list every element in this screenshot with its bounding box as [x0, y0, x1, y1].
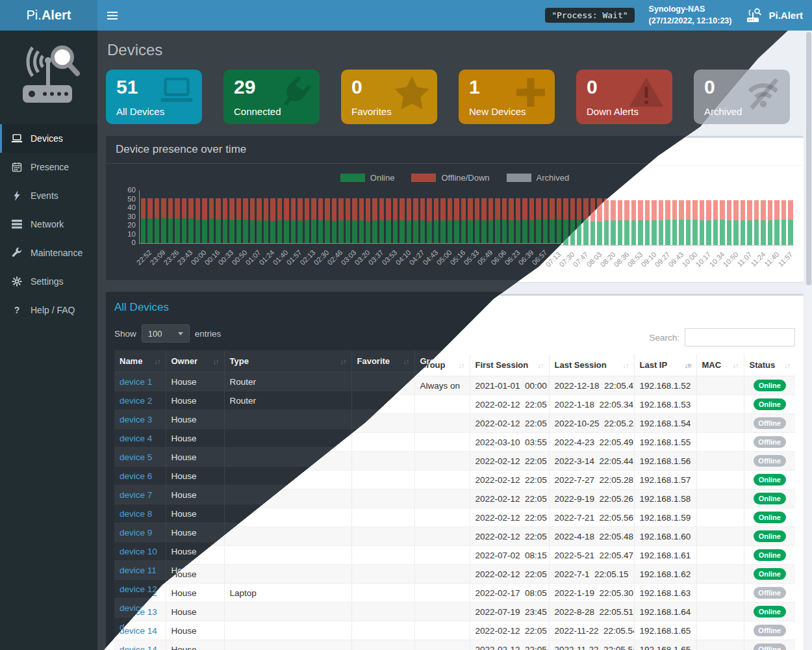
device-link[interactable]: device 3 — [120, 415, 152, 424]
cell-first-session: 2022-02-12 22:05 — [470, 395, 549, 414]
cell-group — [414, 433, 470, 452]
x-tick-label: 09:10 — [639, 250, 657, 268]
column-header-owner[interactable]: Owner↓↑ — [166, 350, 224, 372]
column-label: MAC — [702, 360, 722, 370]
x-tick-label: 11:07 — [735, 250, 753, 268]
chart-bar — [379, 198, 384, 243]
nav-brand[interactable]: Pi.Alert — [746, 8, 803, 23]
cell-last-ip: 192.168.1.65 — [634, 621, 696, 640]
chart-bar — [624, 200, 629, 245]
device-link[interactable]: device 7 — [120, 490, 152, 500]
chart-bar — [741, 200, 745, 245]
cell-owner: House — [166, 429, 224, 448]
legend-swatch — [340, 174, 365, 182]
sidebar-item-maintenance[interactable]: Maintenance — [0, 239, 97, 267]
column-header-name[interactable]: Name↓↑ — [114, 350, 166, 372]
x-tick-label: 23:09 — [148, 248, 166, 266]
sort-icon[interactable]: ↓↑ — [340, 358, 346, 365]
device-link[interactable]: device 10 — [120, 547, 157, 556]
device-link[interactable]: device 12 — [120, 584, 157, 594]
sort-icon[interactable]: ↓↑ — [459, 361, 464, 369]
chart-bar — [168, 198, 173, 243]
scrollbar[interactable] — [806, 31, 812, 650]
device-link[interactable]: device 14 — [120, 645, 157, 650]
sidebar-item-settings[interactable]: Settings — [0, 267, 97, 296]
device-link[interactable]: device 1 — [120, 377, 152, 387]
cell-name: device 6 — [114, 467, 166, 486]
device-link[interactable]: device 9 — [120, 528, 152, 538]
sidebar-item-presence[interactable]: Presence — [0, 153, 97, 181]
page-length-select[interactable]: 100 — [142, 324, 190, 343]
status-badge: Offline — [754, 455, 786, 467]
sort-icon[interactable]: ↓↑ — [213, 358, 219, 365]
cell-mac — [696, 395, 744, 414]
x-tick-label: 00:50 — [230, 248, 248, 266]
chart-bar — [338, 198, 343, 243]
chart-bar — [679, 200, 683, 245]
chart-bar — [713, 200, 718, 245]
cell-first-session: 2022-02-12 22:05 — [470, 471, 549, 489]
card-all-devices[interactable]: 51All Devices — [106, 70, 202, 124]
sidebar-toggle-icon[interactable] — [97, 0, 127, 31]
column-header-status[interactable]: Status↓↑ — [744, 354, 795, 376]
cell-name: device 10 — [114, 542, 166, 561]
card-label: All Devices — [116, 106, 164, 117]
cell-last-session: 2022-7-1 22:05.15 — [549, 565, 634, 584]
sort-icon[interactable]: ↓↑ — [155, 358, 160, 365]
sidebar-item-devices[interactable]: Devices — [0, 124, 97, 153]
chart-bar — [196, 198, 200, 243]
calendar-icon — [11, 162, 23, 172]
app-logo[interactable]: Pi.Alert — [0, 0, 97, 31]
laptop-icon — [11, 133, 23, 144]
column-header-favorite[interactable]: Favorite↓↑ — [351, 350, 414, 372]
table-row: device 13House2022-07-19 23:452022-8-28 … — [114, 603, 795, 621]
sidebar-item-events[interactable]: Events — [0, 181, 97, 210]
cell-first-session: 2022-07-19 23:45 — [470, 603, 549, 621]
chart-bar — [318, 198, 323, 243]
cell-owner: House — [166, 584, 224, 603]
chart-bar — [563, 198, 568, 243]
chart-bar — [692, 200, 697, 245]
column-header-last-ip[interactable]: Last IP↓≡ — [634, 354, 696, 376]
sidebar-item-help-faq[interactable]: ?Help / FAQ — [0, 296, 97, 324]
card-new-devices[interactable]: 1New Devices — [459, 70, 555, 124]
chart-bar — [440, 198, 445, 243]
chart-bar — [788, 200, 793, 245]
cell-status: Offline — [744, 584, 795, 603]
search-input[interactable] — [685, 328, 795, 346]
x-tick-label: 02:46 — [325, 248, 344, 266]
sort-icon[interactable]: ↓↑ — [538, 361, 544, 369]
x-tick-label: 03:37 — [366, 248, 385, 266]
device-link[interactable]: device 6 — [120, 471, 152, 481]
device-link[interactable]: device 14 — [120, 626, 157, 636]
column-header-first-session[interactable]: First Session↓↑ — [470, 354, 549, 376]
cell-group — [414, 640, 470, 650]
scrollbar-thumb[interactable] — [806, 32, 811, 285]
chart-bar — [434, 198, 438, 243]
card-favorites[interactable]: 0Favorites — [341, 70, 437, 124]
cell-last-session: 2022-8-28 22:05.51 — [549, 603, 634, 621]
sort-icon[interactable]: ↓↑ — [403, 358, 409, 365]
laptop-icon — [159, 76, 194, 105]
sidebar-item-label: Settings — [31, 276, 64, 287]
sidebar-item-network[interactable]: Network — [0, 210, 97, 239]
device-link[interactable]: device 5 — [120, 452, 152, 462]
sort-icon[interactable]: ↓↑ — [784, 361, 790, 369]
x-tick-label: 02:30 — [312, 248, 330, 266]
device-link[interactable]: device 11 — [120, 566, 157, 575]
sort-icon[interactable]: ↓↑ — [623, 361, 629, 369]
chart-bar — [761, 200, 765, 245]
sort-icon[interactable]: ↓≡ — [685, 361, 691, 369]
card-connected[interactable]: 29Connected — [223, 70, 320, 124]
column-header-type[interactable]: Type↓↑ — [224, 350, 351, 372]
device-link[interactable]: device 4 — [120, 434, 152, 443]
device-link[interactable]: device 2 — [120, 396, 152, 406]
device-link[interactable]: device 8 — [120, 509, 152, 519]
card-down-alerts[interactable]: 0Down Alerts — [576, 70, 672, 124]
chart-bar — [509, 198, 513, 243]
sort-icon[interactable]: ↓↑ — [733, 361, 739, 369]
column-header-mac[interactable]: MAC↓↑ — [696, 354, 744, 376]
sidebar-item-label: Network — [31, 219, 64, 229]
column-header-last-session[interactable]: Last Session↓↑ — [549, 354, 634, 376]
cell-owner: House — [166, 621, 224, 640]
